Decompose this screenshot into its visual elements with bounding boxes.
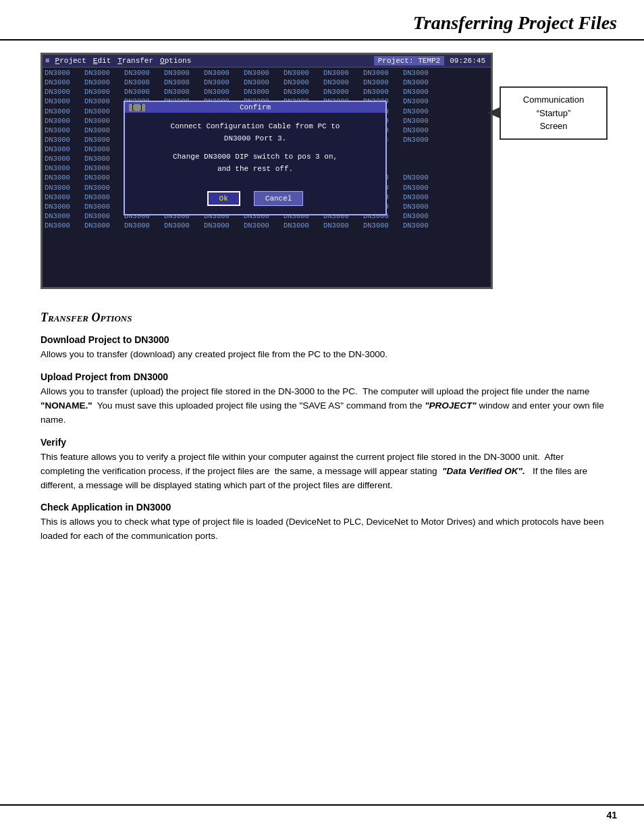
page-title: Transferring Project Files [413, 12, 617, 33]
dn-cell: DN3000 [45, 97, 82, 106]
dn-cell: DN3000 [45, 136, 82, 145]
dn-cell: DN3000 [403, 107, 440, 116]
dn-cell: DN3000 [403, 78, 440, 87]
callout-line2: “Startup” [537, 108, 571, 118]
menu-item-transfer[interactable]: Transfer [117, 57, 153, 65]
confirm-ok-button[interactable]: Ok [207, 191, 240, 206]
subsection-check-body: This is allows you to check what type of… [41, 515, 607, 544]
dn-cell: DN3000 [403, 184, 440, 192]
subsection-upload: Upload Project from DN3000 Allows you to… [41, 371, 607, 427]
menu-item-edit[interactable]: Edit [93, 57, 111, 65]
confirm-title: Confirm [240, 103, 271, 111]
confirm-dialog: [ ] Confirm Connect Configuration Cable … [124, 101, 387, 215]
confirm-title-bar: [ ] Confirm [125, 102, 385, 113]
dn-cell: DN3000 [45, 155, 82, 163]
confirm-line3: Change DN3000 DIP switch to pos 3 on, [136, 151, 375, 163]
dn-row: DN3000 DN3000 DN3000 DN3000 DN3000 DN300… [45, 78, 489, 87]
dn-row: DN3000 DN3000 DN3000 DN3000 DN3000 DN300… [45, 88, 489, 97]
dn-cell: DN3000 [124, 69, 161, 78]
dn-cell: DN3000 [45, 107, 82, 116]
dn-cell: DN3000 [84, 126, 122, 135]
dn-cell: DN3000 [244, 88, 281, 97]
callout-line3: Screen [539, 121, 567, 131]
dn-cell: DN3000 [84, 184, 122, 192]
close-btn-label: [ ] [129, 104, 145, 111]
confirm-body: Connect Configuration Cable from PC to D… [125, 113, 385, 186]
dn-cell: DN3000 [204, 69, 241, 78]
dn-cell: DN3000 [45, 184, 82, 192]
dn-cell: DN3000 [363, 221, 400, 230]
dn-cell: DN3000 [284, 221, 321, 230]
menu-icon: ≡ [45, 57, 50, 65]
dn-row: DN3000 DN3000 DN3000 DN3000 DN3000 DN300… [45, 69, 489, 78]
time-display: 09:26:45 [447, 56, 488, 66]
subsection-download: Download Project to DN3000 Allows you to… [41, 334, 607, 362]
dn-cell: DN3000 [284, 69, 321, 78]
subsection-upload-title: Upload Project from DN3000 [41, 371, 607, 382]
dn-cell: DN3000 [124, 78, 161, 87]
dn-cell: DN3000 [45, 212, 82, 221]
dn-cell: DN3000 [244, 69, 281, 78]
dn-cell: DN3000 [84, 155, 122, 163]
terminal-screen: ≡ Project Edit Transfer Options Project:… [41, 53, 493, 289]
terminal-menubar: ≡ Project Edit Transfer Options Project:… [43, 55, 491, 68]
dn-cell: DN3000 [403, 193, 440, 202]
dn-cell: DN3000 [45, 88, 82, 97]
dn-cell: DN3000 [45, 164, 82, 173]
dn-cell: DN3000 [45, 78, 82, 87]
dn-cell: DN3000 [403, 212, 440, 221]
project-label: "PROJECT" [425, 400, 477, 411]
confirm-line4: and the rest off. [136, 163, 375, 176]
confirm-buttons: Ok Cancel [125, 186, 385, 214]
dn-cell: DN3000 [403, 174, 440, 182]
dn-cell: DN3000 [403, 203, 440, 211]
dn-cell: DN3000 [84, 78, 122, 87]
dn-cell: DN3000 [204, 221, 241, 230]
section-title: Transfer Options [41, 311, 607, 325]
dn-cell: DN3000 [403, 88, 440, 97]
confirm-cancel-button[interactable]: Cancel [254, 191, 304, 206]
page-number: 41 [606, 810, 617, 820]
dn-cell: DN3000 [45, 193, 82, 202]
verified-ok-label: "Data Verified OK". [442, 466, 525, 476]
dn-cell: DN3000 [244, 78, 281, 87]
dn-cell: DN3000 [45, 203, 82, 211]
dn-cell: DN3000 [84, 164, 122, 173]
dn-cell: DN3000 [45, 126, 82, 135]
dn-cell: DN3000 [323, 88, 360, 97]
dn-cell: DN3000 [45, 174, 82, 182]
dn-cell: DN3000 [164, 69, 201, 78]
dn-cell: DN3000 [284, 78, 321, 87]
dn-cell: DN3000 [84, 174, 122, 182]
dn-cell: DN3000 [84, 221, 122, 230]
confirm-line1: Connect Configuration Cable from PC to [136, 121, 375, 133]
dn-cell: DN3000 [84, 97, 122, 106]
main-content: Transfer Options Download Project to DN3… [0, 301, 644, 554]
dn-cell: DN3000 [84, 69, 122, 78]
dn-cell: DN3000 [84, 88, 122, 97]
dn-cell: DN3000 [45, 117, 82, 126]
callout-box: Communication “Startup” Screen [500, 86, 608, 140]
dn-cell: DN3000 [84, 212, 122, 221]
dn-cell: DN3000 [84, 193, 122, 202]
screen-section: ≡ Project Edit Transfer Options Project:… [0, 41, 644, 301]
dn-cell: DN3000 [403, 221, 440, 230]
menu-item-project[interactable]: Project [55, 57, 86, 65]
dn-cell: DN3000 [323, 221, 360, 230]
dn-cell: DN3000 [403, 136, 440, 145]
page-header: Transferring Project Files [0, 0, 644, 41]
subsection-verify-body: This feature allows you to verify a proj… [41, 450, 607, 493]
dn-cell: DN3000 [164, 221, 201, 230]
dn-cell: DN3000 [403, 97, 440, 106]
dn-cell: DN3000 [164, 88, 201, 97]
project-info: Project: TEMP2 [374, 56, 444, 66]
subsection-check: Check Application in DN3000 This is allo… [41, 502, 607, 544]
section-title-text: Transfer Options [41, 311, 132, 324]
dn-cell: DN3000 [124, 221, 161, 230]
dn-cell: DN3000 [45, 69, 82, 78]
dn-cell [403, 145, 440, 154]
dn-cell: DN3000 [363, 69, 400, 78]
dn-cell: DN3000 [45, 221, 82, 230]
menu-item-options[interactable]: Options [160, 57, 191, 65]
dn-cell [403, 155, 440, 163]
